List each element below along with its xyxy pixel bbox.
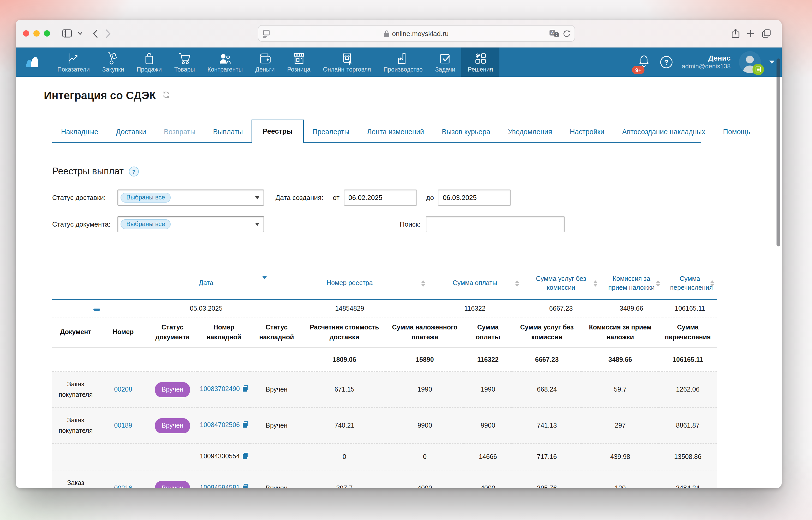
nav-item-zakupki[interactable]: Закупки — [96, 48, 131, 77]
tab-overview-icon[interactable] — [758, 26, 775, 41]
nav-item-kontragenty[interactable]: Контрагенты — [201, 48, 249, 77]
tab-pomosch[interactable]: Помощь — [714, 122, 759, 142]
sort-icon[interactable] — [515, 280, 519, 287]
help-button[interactable]: ? — [660, 55, 673, 69]
nav-item-roznitsa[interactable]: Розница — [281, 48, 317, 77]
waybill-number-link[interactable]: 10084702506 — [200, 422, 240, 429]
section-title: Реестры выплат — [52, 166, 124, 177]
tab-nastroyki[interactable]: Настройки — [561, 122, 613, 142]
collapse-group-button[interactable] — [93, 309, 100, 311]
col-services-sum[interactable]: Сумма услуг без комиссии — [522, 269, 600, 300]
sort-icon[interactable] — [656, 280, 660, 287]
tab-uvedomleniya[interactable]: Уведомления — [499, 122, 561, 142]
cell-services-sum: 717.16 — [512, 444, 582, 470]
nav-item-resheniya[interactable]: Решения — [462, 48, 499, 77]
sort-icon[interactable] — [710, 280, 714, 287]
moysklad-logo[interactable] — [23, 48, 43, 77]
back-button[interactable] — [89, 26, 102, 41]
tab-avtosozdanie[interactable]: Автосоздание накладных — [613, 122, 714, 142]
user-info[interactable]: Денис admin@denis138 — [682, 54, 731, 71]
reload-icon[interactable] — [563, 29, 570, 37]
date-to-input[interactable] — [438, 189, 511, 205]
nav-item-tovary[interactable]: Товары — [168, 48, 201, 77]
cell-payment-sum: 9900 — [464, 408, 512, 444]
cell-transfer-sum: 3484.24 — [658, 470, 717, 488]
translate-icon[interactable]: A文 — [549, 30, 559, 37]
expand-column-header — [52, 269, 141, 300]
cell-transfer-sum: 8861.87 — [658, 408, 717, 444]
total-transfer-sum: 106165.11 — [658, 348, 717, 372]
tab-dostavki[interactable]: Доставки — [107, 122, 155, 142]
document-status-select[interactable]: Выбраны все — [117, 216, 264, 232]
total-cod-sum: 15890 — [386, 348, 464, 372]
zoom-window-button[interactable] — [44, 30, 50, 36]
tab-reestry[interactable]: Реестры — [252, 120, 304, 142]
tab-vyzov-kuryera[interactable]: Вызов курьера — [433, 122, 499, 142]
total-payment-sum: 116322 — [464, 348, 512, 372]
store-icon — [292, 51, 305, 65]
copy-icon[interactable] — [242, 484, 249, 488]
tab-prealerty[interactable]: Преалерты — [303, 122, 358, 142]
nav-item-proizvodstvo[interactable]: Производство — [377, 48, 429, 77]
tab-vozvraty[interactable]: Возвраты — [155, 122, 204, 142]
document-status-value: Выбраны все — [120, 219, 171, 229]
cell-document — [52, 444, 99, 470]
table-row: Заказ покупателя 00216 Вручен 1008459458… — [52, 470, 717, 488]
nav-item-zadachi[interactable]: Задачи — [429, 48, 462, 77]
col-services-sum: Сумма услуг без комиссии — [512, 317, 582, 348]
avatar[interactable] — [739, 51, 761, 73]
col-payment-sum[interactable]: Сумма оплаты — [428, 269, 522, 300]
svg-text:A: A — [551, 30, 554, 35]
copy-icon[interactable] — [242, 452, 249, 463]
copy-icon[interactable] — [242, 385, 249, 395]
page-scrollbar-thumb[interactable] — [777, 58, 780, 246]
nav-item-dengi[interactable]: Деньги — [249, 48, 281, 77]
notifications-button[interactable]: 9+ — [637, 52, 652, 72]
news-badge-icon[interactable] — [753, 64, 764, 75]
browser-window: online.moysklad.ru A文 — [16, 20, 782, 488]
nav-item-prodazhi[interactable]: Продажи — [131, 48, 168, 77]
minimize-window-button[interactable] — [33, 30, 40, 36]
address-bar[interactable]: online.moysklad.ru A文 — [258, 25, 575, 42]
col-document: Документ — [52, 317, 99, 348]
sort-desc-icon[interactable] — [262, 276, 267, 279]
section-help-icon[interactable]: ? — [129, 166, 139, 177]
nav-item-pokazateli[interactable]: Показатели — [51, 48, 96, 77]
cell-services-sum: 395.76 — [512, 470, 582, 488]
tab-nakladnye[interactable]: Накладные — [52, 122, 107, 142]
app-nav-bar: Показатели Закупки Продажи Товары Контра… — [16, 48, 782, 77]
sort-icon[interactable] — [421, 280, 425, 287]
sort-icon[interactable] — [593, 280, 597, 287]
date-from-input[interactable] — [344, 189, 417, 205]
tab-vyplaty[interactable]: Выплаты — [204, 122, 252, 142]
nav-item-online-torgovlya[interactable]: Онлайн-торговля — [317, 48, 377, 77]
search-input[interactable] — [426, 216, 564, 232]
col-commission[interactable]: Комиссия за прием наложки — [600, 269, 663, 300]
tab-lenta-izmeneniy[interactable]: Лента изменений — [358, 122, 433, 142]
cell-cod-sum: 4000 — [386, 470, 464, 488]
registries-table: Дата Номер реестра Сумма оплаты Сумма ус… — [52, 269, 717, 488]
document-number-link[interactable]: 00208 — [114, 386, 132, 393]
waybill-number-link[interactable]: 10084594581 — [200, 484, 240, 488]
share-icon[interactable] — [728, 26, 743, 41]
user-menu-caret-icon[interactable] — [769, 60, 775, 64]
browser-toolbar: online.moysklad.ru A文 — [16, 20, 782, 48]
forward-button[interactable] — [102, 26, 114, 41]
close-window-button[interactable] — [23, 30, 29, 36]
copy-icon[interactable] — [242, 421, 249, 432]
new-tab-icon[interactable] — [743, 26, 758, 41]
refresh-icon[interactable] — [162, 90, 170, 101]
col-transfer-sum[interactable]: Сумма перечисления — [663, 269, 717, 300]
sidebar-toggle-icon[interactable] — [58, 26, 76, 41]
document-number-link[interactable]: 00216 — [114, 485, 132, 488]
delivery-status-select[interactable]: Выбраны все — [117, 189, 264, 205]
waybill-number-link[interactable]: 10083702490 — [200, 386, 240, 393]
sidebar-chevron-icon[interactable] — [76, 26, 84, 41]
question-icon: ? — [660, 55, 673, 69]
col-transfer-sum: Сумма перечисления — [658, 317, 717, 348]
col-waybill-number: Номер накладной — [198, 317, 250, 348]
col-registry-number[interactable]: Номер реестра — [271, 269, 428, 300]
document-number-link[interactable]: 00189 — [114, 422, 132, 430]
col-date[interactable]: Дата — [141, 269, 271, 300]
cell-payment-sum: 4000 — [464, 470, 512, 488]
